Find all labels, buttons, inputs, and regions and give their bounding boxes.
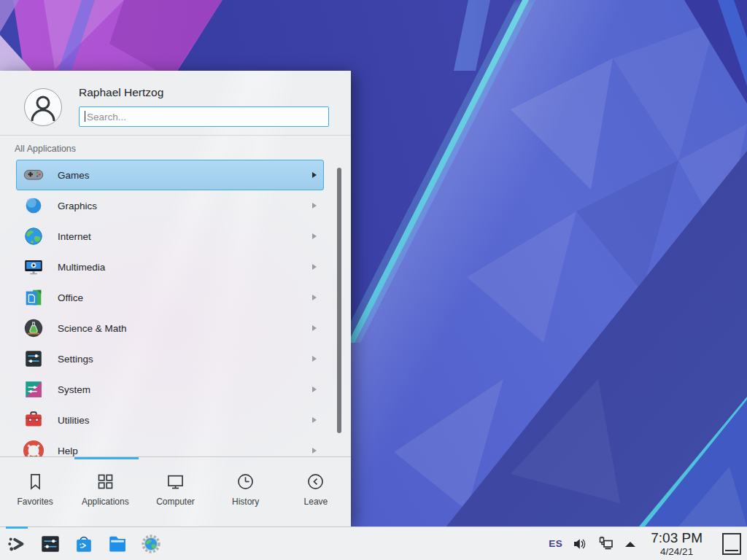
submenu-arrow-icon (312, 448, 317, 454)
header-divider (0, 135, 351, 136)
clock-icon (236, 472, 255, 491)
gamepad-icon (23, 164, 44, 186)
tab-label: Favorites (17, 497, 53, 507)
submenu-arrow-icon (312, 172, 317, 178)
category-label: Utilities (58, 415, 90, 426)
submenu-arrow-icon (312, 417, 317, 423)
toolbox-icon (23, 409, 44, 431)
system-settings-icon (39, 533, 61, 555)
text-caret (85, 111, 85, 122)
category-row-system[interactable]: System (16, 374, 324, 405)
category-label: Multimedia (58, 262, 105, 273)
show-desktop-button[interactable] (722, 533, 741, 555)
globe-icon (23, 225, 44, 247)
bookmark-icon (26, 472, 45, 491)
search-input[interactable] (80, 107, 328, 126)
application-launcher-menu: Raphael Hertzog All Applications Games (0, 71, 351, 526)
tab-label: Computer (156, 497, 195, 507)
category-label: Settings (58, 354, 93, 365)
leave-circle-icon (306, 472, 325, 491)
category-label: Office (58, 292, 83, 303)
kde-launcher-icon (6, 533, 28, 555)
volume-icon (572, 536, 588, 552)
discover-button[interactable] (73, 533, 95, 555)
documents-icon (23, 287, 44, 308)
paint-sphere-icon (23, 195, 44, 217)
category-label: Games (58, 170, 90, 181)
launcher-tab-bar: Favorites Applications Computer (0, 458, 351, 526)
volume-button[interactable] (572, 536, 588, 552)
category-row-internet[interactable]: Internet (16, 221, 324, 252)
submenu-arrow-icon (312, 386, 317, 392)
category-row-graphics[interactable]: Graphics (16, 190, 324, 221)
file-manager-button[interactable] (107, 533, 128, 555)
category-row-games[interactable]: Games (16, 160, 324, 190)
application-launcher-button[interactable] (6, 533, 28, 555)
system-sliders-icon (23, 378, 44, 400)
lifebuoy-icon (23, 440, 44, 456)
media-player-icon (23, 256, 44, 278)
tab-label: Leave (304, 497, 328, 507)
folder-icon (107, 533, 128, 555)
web-browser-button[interactable] (140, 533, 162, 555)
user-name: Raphael Hertzog (79, 86, 163, 99)
launcher-header: Raphael Hertzog (0, 71, 351, 135)
tab-leave[interactable]: Leave (281, 458, 351, 526)
wired-network-icon (597, 535, 614, 552)
active-task-indicator (6, 526, 28, 529)
keyboard-layout-indicator[interactable]: ES (549, 538, 562, 549)
submenu-arrow-icon (312, 295, 317, 300)
category-row-science-math[interactable]: Science & Math (16, 313, 324, 343)
submenu-arrow-icon (312, 325, 317, 331)
expand-tray-button[interactable] (624, 540, 637, 548)
category-label: Graphics (58, 201, 97, 211)
scrollbar[interactable] (337, 168, 341, 433)
taskbar-panel: ES (0, 526, 747, 560)
tab-label: Applications (82, 497, 129, 507)
system-settings-button[interactable] (39, 533, 61, 555)
tab-applications[interactable]: Applications (70, 458, 140, 526)
tab-label: History (232, 497, 259, 507)
category-row-multimedia[interactable]: Multimedia (16, 252, 324, 282)
discover-bag-icon (73, 533, 95, 555)
monitor-icon (166, 472, 185, 491)
app-grid-icon (96, 472, 115, 491)
tab-favorites[interactable]: Favorites (0, 458, 70, 526)
submenu-arrow-icon (312, 233, 317, 239)
category-label: System (58, 384, 90, 395)
category-label: Help (58, 446, 78, 456)
user-icon (25, 89, 61, 125)
submenu-arrow-icon (312, 203, 317, 209)
network-button[interactable] (597, 535, 614, 552)
submenu-arrow-icon (312, 264, 317, 270)
taskbar-app-icons (0, 533, 162, 555)
clock-date: 4/24/21 (651, 547, 703, 557)
category-label: Science & Math (58, 323, 127, 334)
category-label: Internet (58, 231, 91, 242)
section-label: All Applications (15, 144, 76, 154)
category-row-settings[interactable]: Settings (16, 343, 324, 374)
desktop: Raphael Hertzog All Applications Games (0, 0, 747, 560)
tab-history[interactable]: History (211, 458, 281, 526)
browser-globe-icon (140, 533, 162, 555)
avatar[interactable] (24, 88, 62, 126)
category-row-office[interactable]: Office (16, 282, 324, 313)
sliders-icon (23, 348, 44, 370)
application-category-list: Games Graphics (0, 160, 351, 456)
flask-icon (23, 317, 44, 339)
category-row-help[interactable]: Help (16, 435, 324, 456)
digital-clock[interactable]: 7:03 PM 4/24/21 (651, 531, 703, 557)
submenu-arrow-icon (312, 356, 317, 362)
search-box (79, 106, 329, 127)
footer-divider (0, 456, 351, 457)
category-row-utilities[interactable]: Utilities (16, 405, 324, 435)
caret-up-icon (624, 540, 637, 548)
tab-computer[interactable]: Computer (140, 458, 210, 526)
clock-time: 7:03 PM (651, 531, 703, 545)
system-tray: ES (549, 531, 747, 557)
